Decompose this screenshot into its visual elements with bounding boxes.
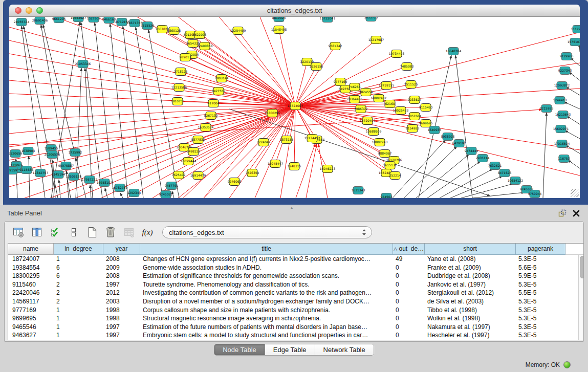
table-settings-icon[interactable] (12, 226, 25, 239)
network-node-1631343[interactable]: 1631343 (352, 187, 365, 194)
table-cell[interactable]: 1998 (103, 314, 140, 323)
network-node-2718126[interactable]: 2718126 (174, 68, 188, 76)
table-row[interactable]: 969969511998Structural magnetic resonanc… (8, 314, 584, 323)
network-node-116753[interactable]: 116753 (558, 155, 570, 163)
network-edge[interactable] (393, 140, 446, 198)
table-cell[interactable]: Dudbridge et al. (2008) (425, 272, 516, 280)
network-node-1638904[interactable]: 1638904 (21, 147, 35, 155)
network-edge[interactable] (564, 102, 580, 109)
network-edge[interactable] (565, 130, 580, 139)
network-node-7632621[interactable]: 7632621 (488, 162, 502, 170)
table-cell[interactable]: Estimation of the future numbers of pati… (140, 323, 393, 332)
resize-grip-icon[interactable] (571, 189, 579, 197)
network-edge[interactable] (543, 113, 547, 198)
column-header-short[interactable]: short (425, 244, 516, 255)
table-cell[interactable]: 0 (393, 323, 425, 332)
table-cell[interactable]: Corpus callosum shape and size in male p… (140, 306, 393, 315)
network-canvas[interactable]: 1872400718300295193845549777169649756874… (9, 17, 580, 198)
column-header-title[interactable]: title (140, 244, 393, 255)
network-node-8427552[interactable]: 8427552 (212, 87, 226, 95)
table-cell[interactable]: Structural magnetic resonance image aver… (140, 314, 393, 323)
network-node-16782759[interactable]: 16782759 (112, 184, 128, 192)
table-row[interactable]: 946362711997Embryonic stem cells: a mode… (8, 331, 584, 340)
divider-caret-icon[interactable]: ▴ (291, 205, 293, 210)
tab-node-table[interactable]: Node Table (214, 344, 265, 355)
table-cell[interactable]: Jankovic et al. (1997) (425, 280, 516, 289)
table-cell[interactable]: 1998 (103, 306, 140, 315)
close-window-icon[interactable] (15, 7, 21, 14)
table-cell[interactable]: de Silva et al. (2003) (425, 297, 516, 306)
network-node-15692971[interactable]: 15692971 (553, 125, 569, 133)
network-node-7515526[interactable]: 7515526 (141, 22, 155, 30)
network-edge[interactable] (29, 156, 30, 198)
network-window-titlebar[interactable]: citations_edges.txt (9, 5, 580, 17)
table-cell[interactable]: 9465546 (8, 323, 54, 332)
network-node-12342757[interactable]: 12342757 (33, 169, 49, 177)
column-header-year[interactable]: year (103, 244, 140, 255)
table-cell[interactable]: 0 (393, 264, 425, 272)
table-row[interactable]: 946554611997Estimation of the future num… (8, 323, 584, 332)
network-node-1292344[interactable]: 1292344 (127, 189, 141, 197)
table-cell[interactable]: 5.3E-5 (516, 331, 565, 340)
table-cell[interactable]: Nakamura et al. (1997) (425, 323, 516, 332)
table-cell[interactable]: 0 (393, 297, 425, 306)
table-cell[interactable]: 5.6E-5 (516, 264, 565, 272)
network-node-8622098[interactable]: 8622098 (193, 31, 207, 39)
network-node-18807243[interactable]: 18807243 (372, 139, 388, 146)
network-node-7803144[interactable]: 7803144 (215, 75, 229, 82)
network-node-90975887[interactable]: 90975887 (58, 162, 74, 170)
network-node-24055724[interactable]: 24055724 (14, 18, 30, 26)
network-node-12213586[interactable]: 12213586 (171, 84, 187, 92)
table-column-icon[interactable] (30, 226, 43, 239)
network-edge[interactable] (567, 116, 580, 124)
network-edge[interactable] (110, 24, 128, 198)
network-node-1615132[interactable]: 1615132 (383, 162, 397, 169)
table-row[interactable]: 1830029562008Estimation of significance … (8, 272, 584, 280)
table-cell[interactable]: 0 (393, 306, 425, 315)
network-node-7224049[interactable]: 7224049 (257, 139, 271, 146)
column-header-pagerank[interactable]: pagerank (516, 244, 565, 255)
network-node-9860125[interactable]: 9860125 (167, 27, 181, 35)
table-cell[interactable]: 1 (54, 314, 103, 323)
table-cell[interactable]: 5.3E-5 (516, 306, 565, 315)
network-node-16958107[interactable]: 16958107 (97, 179, 113, 187)
network-node-7625402[interactable]: 7625402 (172, 171, 186, 179)
table-cell[interactable]: 5.3E-5 (516, 280, 565, 289)
table-row[interactable]: 977716911998Corpus callosum shape and si… (8, 306, 584, 315)
network-node-10654122[interactable]: 10654122 (508, 177, 524, 185)
column-header-in_degree[interactable]: in_degree (54, 244, 103, 255)
table-cell[interactable]: 5.3E-5 (516, 314, 565, 323)
network-edge[interactable] (9, 106, 295, 107)
tab-network-table[interactable]: Network Table (315, 344, 374, 355)
network-edge[interactable] (568, 160, 580, 168)
network-node-924502[interactable]: 924502 (381, 193, 393, 199)
network-node-16353534[interactable]: 16353534 (198, 124, 214, 132)
network-node-1735992[interactable]: 1735992 (69, 149, 82, 157)
new-table-icon[interactable] (85, 226, 99, 239)
network-node-1873155[interactable]: 1873155 (280, 136, 294, 144)
table-row[interactable]: 2242004622012Investigating the contribut… (8, 289, 584, 297)
network-edge[interactable] (416, 154, 469, 198)
network-node-9581342[interactable]: 9581342 (329, 42, 342, 50)
minimize-window-icon[interactable] (26, 7, 32, 14)
network-edge[interactable] (566, 87, 580, 95)
network-edge[interactable] (179, 87, 295, 106)
network-node-21053346[interactable]: 21053346 (75, 60, 91, 68)
table-cell[interactable]: 5.5E-5 (516, 289, 565, 297)
network-node-1115686[interactable]: 1115686 (20, 166, 34, 174)
table-cell[interactable]: 22420046 (8, 289, 54, 297)
network-node-9129966[interactable]: 9129966 (560, 53, 574, 60)
float-panel-icon[interactable] (558, 209, 567, 220)
table-select-dropdown[interactable]: citations_edges.txt (162, 226, 372, 238)
network-node-1117254[interactable]: 1117254 (571, 26, 580, 33)
network-node-1640935[interactable]: 1640935 (428, 126, 442, 134)
table-cell[interactable]: 9777169 (8, 306, 54, 315)
table-cell[interactable]: 2008 (103, 272, 140, 280)
network-node-1145194[interactable]: 1145194 (52, 171, 66, 179)
network-edge[interactable] (306, 144, 317, 198)
network-node-20691406[interactable]: 20691406 (32, 17, 48, 25)
network-node-16045447[interactable]: 16045447 (268, 160, 284, 168)
network-edge[interactable] (571, 58, 580, 66)
network-edge[interactable] (95, 23, 114, 198)
table-vertical-scrollbar[interactable] (578, 255, 584, 340)
